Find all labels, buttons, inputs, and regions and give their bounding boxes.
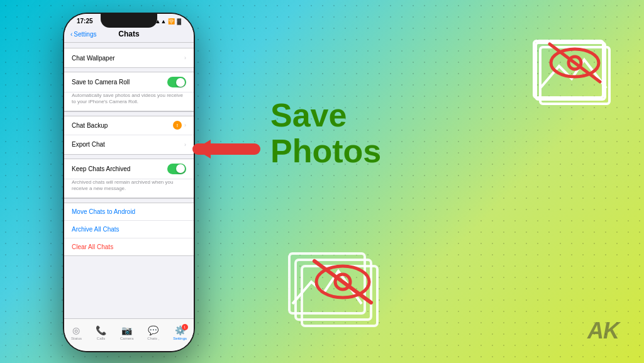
save-camera-roll-label: Save to Camera Roll — [72, 79, 167, 86]
back-label: Settings — [74, 31, 96, 38]
settings-section-1: Chat Wallpaper › — [64, 48, 194, 68]
bottom-center-icon-group — [283, 247, 396, 335]
archive-all-link[interactable]: Archive All Chats — [64, 221, 194, 238]
tab-camera-label: Camera — [120, 337, 133, 340]
tab-settings-label: Settings — [173, 337, 187, 340]
move-to-android-link[interactable]: Move Chats to Android — [64, 203, 194, 221]
tab-chats[interactable]: 💬 Chats , — [147, 325, 159, 340]
settings-section-2: Save to Camera Roll Automatically save p… — [64, 72, 194, 112]
save-camera-roll-row[interactable]: Save to Camera Roll — [64, 72, 194, 92]
archive-description: Archived chats will remain archived when… — [64, 179, 194, 196]
keep-archived-label: Keep Chats Archived — [72, 165, 167, 172]
save-camera-roll-toggle[interactable] — [167, 77, 186, 87]
status-icon: ◎ — [72, 325, 80, 335]
chats-icon: 💬 — [148, 325, 158, 335]
phone-screen: 17:25 ▲▲▲ 🛜 ▓ ‹ Settings Chats — [64, 14, 194, 351]
chat-wallpaper-label: Chat Wallpaper — [72, 55, 184, 62]
tab-status[interactable]: ◎ Status — [71, 325, 82, 340]
tab-chats-label: Chats , — [147, 337, 159, 340]
settings-section-4: Keep Chats Archived Archived chats will … — [64, 159, 194, 199]
archive-description-block: Archived chats will remain archived when… — [64, 179, 194, 198]
backup-right: ! › — [173, 121, 186, 130]
tab-bar: ◎ Status 📞 Calls 📷 Camera 💬 Chats , — [64, 318, 194, 351]
bottom-center-icons — [283, 247, 396, 338]
save-description-block: Automatically save photos and videos you… — [64, 92, 194, 111]
ak-watermark: AK — [587, 318, 619, 344]
chevron-icon-2: › — [184, 122, 186, 128]
chat-backup-label: Chat Backup — [72, 122, 173, 129]
page-wrapper: 17:25 ▲▲▲ 🛜 ▓ ‹ Settings Chats — [0, 0, 644, 363]
tab-camera[interactable]: 📷 Camera — [120, 325, 133, 340]
chat-wallpaper-row[interactable]: Chat Wallpaper › — [64, 48, 194, 67]
camera-icon: 📷 — [121, 325, 132, 335]
settings-section-3: Chat Backup ! › Export Chat › — [64, 116, 194, 155]
battery-icon: ▓ — [177, 18, 181, 25]
keep-archived-row[interactable]: Keep Chats Archived — [64, 159, 194, 179]
back-button[interactable]: ‹ Settings — [70, 31, 96, 38]
export-chat-row[interactable]: Export Chat › — [64, 135, 194, 154]
clear-all-link[interactable]: Clear All Chats — [64, 238, 194, 255]
chat-backup-row[interactable]: Chat Backup ! › — [64, 116, 194, 135]
settings-icon-wrapper: ⚙️ 1 — [175, 325, 186, 335]
chevron-icon: › — [184, 55, 186, 61]
phone-notch — [101, 14, 157, 28]
wifi-icon: 🛜 — [168, 18, 175, 25]
status-time: 17:25 — [77, 18, 93, 25]
keep-archived-toggle[interactable] — [167, 164, 186, 174]
links-section: Move Chats to Android Archive All Chats … — [64, 203, 194, 256]
tab-calls[interactable]: 📞 Calls — [96, 325, 106, 340]
save-line: Save — [270, 98, 381, 133]
red-arrow — [186, 132, 261, 167]
nav-header: ‹ Settings Chats — [64, 26, 194, 43]
backup-badge: ! — [173, 121, 182, 130]
nav-title: Chats — [118, 30, 139, 38]
tab-settings[interactable]: ⚙️ 1 Settings — [173, 325, 187, 340]
settings-badge: 1 — [182, 324, 188, 330]
phone-body: 17:25 ▲▲▲ 🛜 ▓ ‹ Settings Chats — [63, 13, 195, 352]
tab-status-label: Status — [71, 337, 82, 340]
arrow-container — [186, 132, 261, 169]
export-chat-label: Export Chat — [72, 141, 184, 148]
save-description: Automatically save photos and videos you… — [64, 92, 194, 109]
calls-icon: 📞 — [96, 325, 106, 335]
save-photos-text: Save Photos — [270, 98, 381, 169]
top-right-icon-group — [525, 31, 625, 113]
chevron-left-icon: ‹ — [70, 31, 72, 38]
tab-calls-label: Calls — [97, 337, 105, 340]
phone-container: 17:25 ▲▲▲ 🛜 ▓ ‹ Settings Chats — [63, 13, 195, 352]
photos-line: Photos — [270, 133, 381, 169]
svg-marker-1 — [195, 140, 211, 159]
top-right-icons — [525, 31, 625, 116]
